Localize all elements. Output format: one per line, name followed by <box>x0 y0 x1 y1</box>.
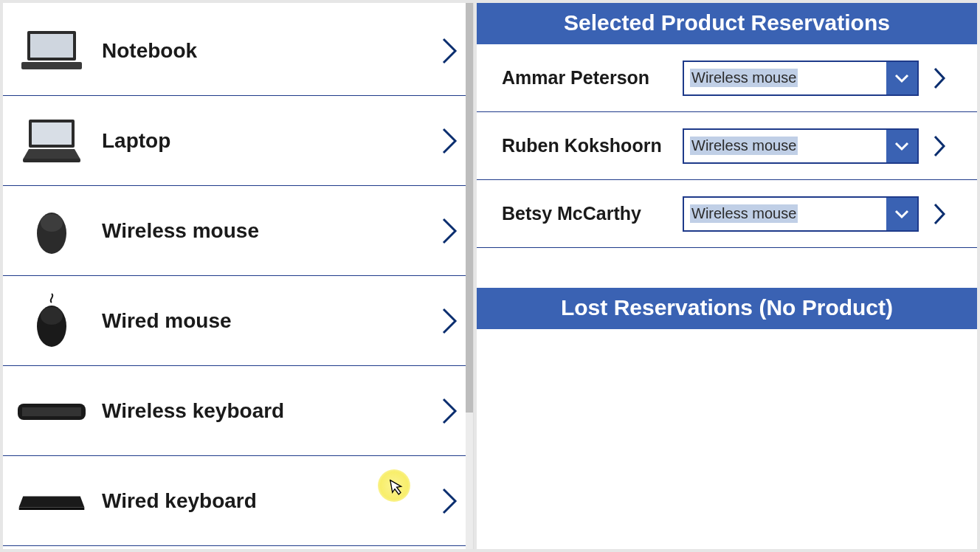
product-select[interactable]: Wireless mouse <box>683 61 919 96</box>
chevron-down-icon[interactable] <box>886 130 917 162</box>
svg-marker-5 <box>23 149 80 159</box>
scrollbar-track[interactable] <box>466 3 473 549</box>
laptop-icon <box>16 114 87 168</box>
product-select-value: Wireless mouse <box>684 62 886 94</box>
product-row-laptop[interactable]: Laptop <box>3 96 473 186</box>
svg-rect-6 <box>23 159 80 162</box>
svg-rect-2 <box>21 62 82 69</box>
selected-reservations-list: Ammar Peterson Wireless mouse Ruben Koks… <box>477 44 977 248</box>
chevron-down-icon[interactable] <box>886 62 917 94</box>
lost-reservations-header: Lost Reservations (No Product) <box>477 288 977 329</box>
chevron-right-icon <box>439 305 460 337</box>
product-select[interactable]: Wireless mouse <box>683 128 919 164</box>
product-label: Wired keyboard <box>102 489 439 513</box>
product-row-notebook[interactable]: Notebook <box>3 6 473 96</box>
mouse-icon <box>16 204 87 258</box>
chevron-right-icon <box>439 395 460 427</box>
svg-rect-1 <box>30 34 73 58</box>
notebook-icon <box>16 24 87 78</box>
svg-rect-12 <box>22 407 81 416</box>
product-select-value: Wireless mouse <box>684 198 886 230</box>
product-row-wireless-keyboard[interactable]: Wireless keyboard <box>3 366 473 456</box>
keyboard-icon <box>16 474 87 528</box>
scrollbar-thumb[interactable] <box>466 3 473 413</box>
product-row-wired-keyboard[interactable]: Wired keyboard <box>3 456 473 546</box>
product-label: Notebook <box>102 39 439 63</box>
chevron-down-icon[interactable] <box>886 198 917 230</box>
svg-rect-14 <box>19 507 85 510</box>
product-list-pane: Notebook Laptop <box>3 3 474 549</box>
reservation-row: Ammar Peterson Wireless mouse <box>477 44 977 112</box>
product-select[interactable]: Wireless mouse <box>683 196 919 232</box>
selected-reservations-header: Selected Product Reservations <box>477 3 977 44</box>
chevron-right-icon[interactable] <box>931 199 948 229</box>
svg-rect-4 <box>32 123 72 145</box>
chevron-right-icon <box>439 35 460 67</box>
chevron-right-icon <box>439 215 460 247</box>
keyboard-icon <box>16 384 87 438</box>
svg-point-10 <box>41 307 63 325</box>
product-select-value: Wireless mouse <box>684 130 886 162</box>
svg-point-8 <box>41 214 63 232</box>
svg-marker-13 <box>19 496 85 507</box>
product-row-wired-mouse[interactable]: Wired mouse <box>3 276 473 366</box>
product-label: Wireless keyboard <box>102 399 439 423</box>
reservation-name: Ammar Peterson <box>502 67 683 89</box>
lost-reservations-section: Lost Reservations (No Product) <box>477 288 977 329</box>
product-row-wireless-mouse[interactable]: Wireless mouse <box>3 186 473 276</box>
product-label: Wired mouse <box>102 309 439 333</box>
chevron-right-icon[interactable] <box>931 63 948 93</box>
reservation-name: Betsy McCarthy <box>502 203 683 224</box>
reservation-name: Ruben Kokshoorn <box>502 135 683 156</box>
product-label: Wireless mouse <box>102 219 439 243</box>
chevron-right-icon[interactable] <box>931 131 948 161</box>
chevron-right-icon <box>439 125 460 157</box>
product-list: Notebook Laptop <box>3 3 473 546</box>
chevron-right-icon <box>439 485 460 517</box>
reservation-row: Ruben Kokshoorn Wireless mouse <box>477 112 977 180</box>
mouse-wired-icon <box>16 294 87 348</box>
reservations-pane: Selected Product Reservations Ammar Pete… <box>477 3 977 549</box>
product-label: Laptop <box>102 129 439 153</box>
reservation-row: Betsy McCarthy Wireless mouse <box>477 180 977 248</box>
